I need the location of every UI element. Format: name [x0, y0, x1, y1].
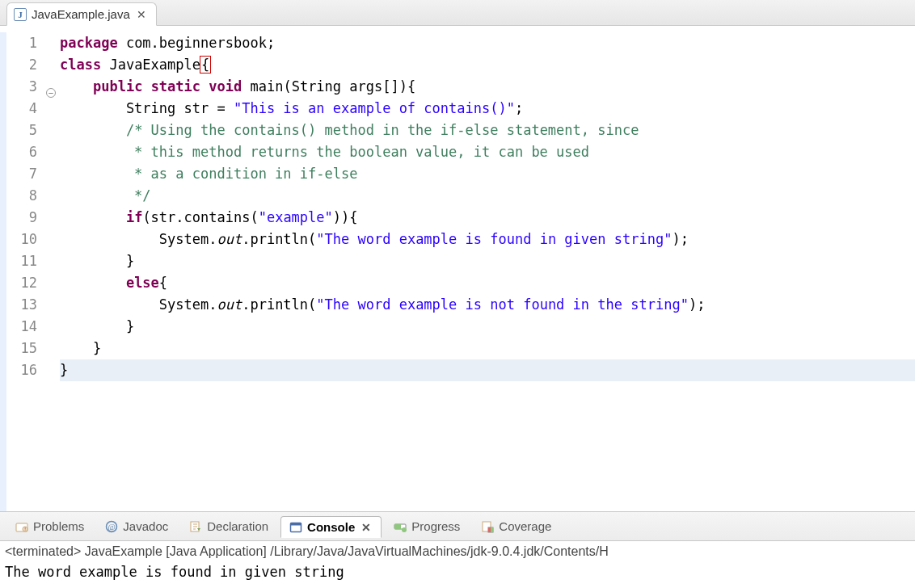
view-tab-label: Javadoc [123, 519, 168, 533]
code-line[interactable]: if(str.contains("example")){ [60, 207, 915, 229]
code-line[interactable]: System.out.println("The word example is … [60, 229, 915, 250]
line-number: 7 [6, 163, 37, 185]
svg-point-10 [402, 527, 407, 532]
view-tab-javadoc[interactable]: @Javadoc [96, 515, 177, 537]
java-file-icon: J [14, 8, 27, 21]
view-tab-console[interactable]: Console✕ [280, 516, 382, 538]
console-view: <terminated> JavaExample [Java Applicati… [0, 541, 915, 588]
line-number: 10 [6, 229, 37, 250]
line-number: 15 [6, 338, 37, 359]
code-line[interactable]: String str = "This is an example of cont… [60, 98, 915, 120]
svg-rect-7 [291, 523, 301, 525]
line-number: 16 [6, 359, 37, 381]
view-tab-progress[interactable]: Progress [385, 515, 469, 537]
code-line[interactable]: public static void main(String args[]){ [60, 76, 915, 98]
ide-window: J JavaExample.java ✕ 1234567891011121314… [0, 0, 915, 588]
line-number: 9 [6, 207, 37, 229]
progress-icon [394, 520, 407, 533]
view-tab-declaration[interactable]: Declaration [180, 515, 277, 537]
console-output: The word example is found in given strin… [5, 562, 910, 580]
code-line[interactable]: * as a condition in if-else [60, 163, 915, 185]
code-line[interactable]: */ [60, 185, 915, 207]
editor-tab-javaexample[interactable]: J JavaExample.java ✕ [6, 2, 157, 26]
code-line[interactable]: * this method returns the boolean value,… [60, 141, 915, 163]
view-tab-label: Declaration [207, 519, 268, 533]
code-line[interactable]: /* Using the contains() method in the if… [60, 120, 915, 141]
code-line[interactable]: class JavaExample{ [60, 54, 915, 76]
svg-rect-14 [491, 527, 493, 532]
views-tabbar: !Problems@JavadocDeclarationConsole✕Prog… [0, 512, 915, 541]
code-line[interactable]: } [60, 316, 915, 338]
line-number: 11 [6, 250, 37, 272]
line-number: 5 [6, 120, 37, 141]
close-icon[interactable]: ✕ [360, 521, 373, 534]
svg-text:@: @ [108, 523, 116, 531]
view-tab-coverage[interactable]: Coverage [472, 515, 560, 537]
console-icon [289, 521, 302, 534]
editor-tab-label: JavaExample.java [32, 7, 130, 21]
code-line[interactable]: else{ [60, 272, 915, 294]
code-line[interactable]: System.out.println("The word example is … [60, 294, 915, 316]
fold-toggle-icon[interactable]: − [46, 88, 56, 98]
editor-gutter: 12345678910111213141516 − [0, 26, 60, 511]
view-tab-label: Console [307, 520, 355, 534]
code-content[interactable]: package com.beginnersbook;class JavaExam… [60, 26, 915, 511]
coverage-icon [481, 520, 494, 533]
problems-icon: ! [15, 520, 28, 533]
line-number: 3 [6, 76, 37, 98]
code-line[interactable]: } [60, 359, 915, 381]
line-number: 14 [6, 316, 37, 338]
line-number: 4 [6, 98, 37, 120]
code-line[interactable]: } [60, 250, 915, 272]
javadoc-icon: @ [105, 520, 118, 533]
code-editor[interactable]: 12345678910111213141516 − package com.be… [0, 26, 915, 512]
line-number: 8 [6, 185, 37, 207]
view-tab-label: Problems [33, 519, 84, 533]
line-number: 13 [6, 294, 37, 316]
gutter-marker-strip [0, 32, 6, 511]
line-number: 1 [6, 32, 37, 54]
line-number: 2 [6, 54, 37, 76]
declaration-icon [189, 520, 202, 533]
code-line[interactable]: } [60, 338, 915, 359]
view-tab-label: Progress [411, 519, 460, 533]
console-status: <terminated> JavaExample [Java Applicati… [5, 543, 910, 562]
view-tab-label: Coverage [499, 519, 551, 533]
view-tab-problems[interactable]: !Problems [6, 515, 93, 537]
line-number: 6 [6, 141, 37, 163]
svg-rect-9 [394, 524, 401, 529]
code-line[interactable]: package com.beginnersbook; [60, 32, 915, 54]
close-icon[interactable]: ✕ [135, 8, 148, 21]
line-number: 12 [6, 272, 37, 294]
editor-tabbar: J JavaExample.java ✕ [0, 0, 915, 26]
svg-rect-13 [488, 527, 491, 532]
